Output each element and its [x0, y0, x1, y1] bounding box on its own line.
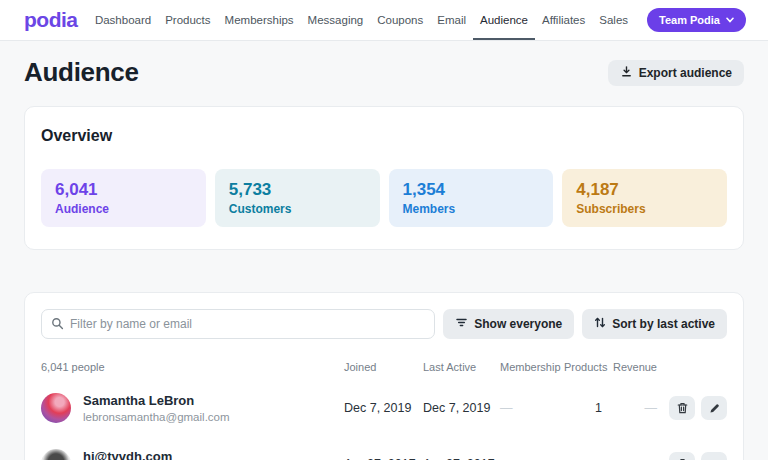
export-audience-button[interactable]: Export audience — [608, 60, 744, 86]
stat-subscribers-label: Subscribers — [576, 202, 713, 216]
col-membership: Membership — [500, 361, 564, 373]
stat-members: 1,354 Members — [389, 169, 554, 227]
table-header: 6,041 people Joined Last Active Membersh… — [41, 361, 727, 373]
team-account-button[interactable]: Team Podia — [647, 8, 746, 32]
sort-button-label: Sort by last active — [612, 317, 715, 331]
stat-audience-value: 6,041 — [55, 180, 192, 200]
row-actions — [657, 452, 727, 460]
show-everyone-label: Show everyone — [474, 317, 562, 331]
stat-customers-label: Customers — [229, 202, 366, 216]
nav-item-audience[interactable]: Audience — [473, 0, 535, 40]
show-everyone-button[interactable]: Show everyone — [443, 309, 574, 339]
col-products: Products — [564, 361, 607, 373]
main-nav: Dashboard Products Memberships Messaging… — [88, 0, 635, 40]
page-title: Audience — [24, 57, 139, 88]
stat-audience: 6,041 Audience — [41, 169, 206, 227]
avatar — [41, 449, 71, 460]
last-active-cell: Dec 7, 2019 — [423, 401, 500, 415]
stat-audience-label: Audience — [55, 202, 192, 216]
nav-item-products[interactable]: Products — [158, 0, 217, 40]
search-field-wrap — [41, 309, 435, 339]
export-audience-label: Export audience — [639, 66, 732, 80]
delete-person-button[interactable] — [669, 452, 695, 460]
person-email: lebronsamantha@gmail.com — [83, 411, 230, 423]
nav-item-email[interactable]: Email — [430, 0, 473, 40]
membership-cell: — — [500, 401, 564, 415]
trash-icon — [677, 402, 688, 414]
products-cell: 1 — [564, 401, 607, 415]
page-header: Audience Export audience — [24, 57, 744, 88]
col-joined: Joined — [344, 361, 423, 373]
stat-subscribers: 4,187 Subscribers — [562, 169, 727, 227]
nav-item-coupons[interactable]: Coupons — [370, 0, 430, 40]
page-body: Audience Export audience Overview 6,041 … — [0, 57, 768, 460]
person-name[interactable]: Samantha LeBron — [83, 393, 230, 409]
avatar — [41, 393, 71, 423]
stat-customers-value: 5,733 — [229, 180, 366, 200]
delete-person-button[interactable] — [669, 396, 695, 420]
person-cell: hi@tyvdh.com hi@tyvdh.com — [41, 449, 344, 460]
overview-stats: 6,041 Audience 5,733 Customers 1,354 Mem… — [41, 169, 727, 227]
edit-person-button[interactable] — [701, 396, 727, 420]
filter-input[interactable] — [41, 309, 435, 339]
nav-item-messaging[interactable]: Messaging — [301, 0, 371, 40]
top-nav: podia Dashboard Products Memberships Mes… — [0, 0, 768, 41]
table-row[interactable]: Samantha LeBron lebronsamantha@gmail.com… — [41, 387, 727, 429]
pencil-icon — [709, 403, 720, 414]
filter-icon — [455, 316, 468, 332]
table-row[interactable]: hi@tyvdh.com hi@tyvdh.com Apr 27, 2017 A… — [41, 443, 727, 460]
podia-logo[interactable]: podia — [24, 8, 78, 32]
chevron-down-icon — [726, 17, 734, 23]
nav-item-memberships[interactable]: Memberships — [218, 0, 301, 40]
col-revenue: Revenue — [607, 361, 657, 373]
filter-toolbar: Show everyone Sort by last active — [41, 309, 727, 339]
sort-icon — [594, 316, 606, 332]
people-card: Show everyone Sort by last active 6,041 … — [24, 292, 744, 460]
people-count: 6,041 people — [41, 361, 344, 373]
stat-customers: 5,733 Customers — [215, 169, 380, 227]
download-icon — [620, 65, 633, 81]
joined-cell: Dec 7, 2019 — [344, 401, 423, 415]
nav-item-dashboard[interactable]: Dashboard — [88, 0, 158, 40]
overview-title: Overview — [41, 127, 727, 145]
person-cell: Samantha LeBron lebronsamantha@gmail.com — [41, 393, 344, 423]
revenue-cell: — — [607, 401, 657, 415]
overview-card: Overview 6,041 Audience 5,733 Customers … — [24, 106, 744, 250]
nav-item-sales[interactable]: Sales — [592, 0, 635, 40]
nav-item-affiliates[interactable]: Affiliates — [535, 0, 592, 40]
row-actions — [657, 396, 727, 420]
sort-button[interactable]: Sort by last active — [582, 309, 727, 339]
team-account-label: Team Podia — [659, 14, 720, 26]
person-name[interactable]: hi@tyvdh.com — [83, 449, 172, 460]
stat-members-label: Members — [403, 202, 540, 216]
stat-members-value: 1,354 — [403, 180, 540, 200]
edit-person-button[interactable] — [701, 452, 727, 460]
col-last-active: Last Active — [423, 361, 500, 373]
stat-subscribers-value: 4,187 — [576, 180, 713, 200]
